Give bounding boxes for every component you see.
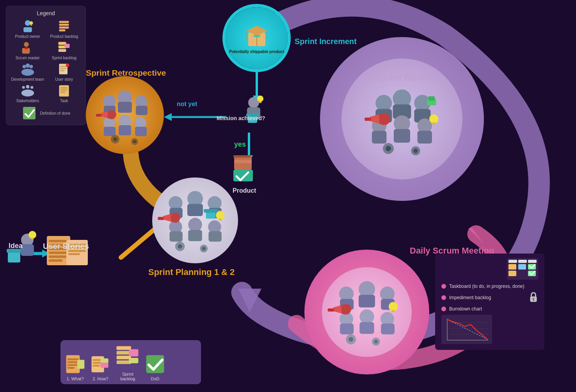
svg-rect-85 bbox=[119, 125, 131, 135]
sprint-retrospective-label: Sprint Retrospective bbox=[86, 68, 166, 78]
not-yet-label: not yet bbox=[177, 101, 197, 108]
planning-sprintbacklog-icon bbox=[115, 345, 140, 370]
svg-rect-143 bbox=[233, 155, 251, 158]
svg-rect-173 bbox=[92, 365, 100, 367]
sprint-review-label: Sprint Review bbox=[375, 72, 437, 83]
package-icon bbox=[243, 22, 270, 50]
impediment-label: Impediment backlog bbox=[449, 295, 491, 300]
svg-rect-103 bbox=[188, 230, 202, 241]
sprint-planning-box: 1. What? 2. How? Sprint backlog bbox=[60, 340, 201, 384]
taskboard-dot bbox=[441, 284, 446, 289]
svg-rect-149 bbox=[21, 244, 34, 256]
svg-point-91 bbox=[113, 137, 117, 141]
svg-rect-111 bbox=[204, 209, 218, 213]
svg-rect-176 bbox=[117, 346, 131, 350]
planning-how-label: 2. How? bbox=[92, 376, 108, 381]
svg-rect-123 bbox=[340, 323, 354, 334]
svg-rect-151 bbox=[31, 238, 34, 239]
svg-line-44 bbox=[121, 226, 158, 257]
svg-rect-79 bbox=[118, 102, 132, 113]
svg-point-93 bbox=[133, 140, 136, 143]
impediment-dot bbox=[441, 295, 446, 300]
svg-rect-165 bbox=[67, 358, 78, 360]
svg-point-133 bbox=[348, 337, 353, 342]
taskboard-label: Taskboard (to do, in progress, done) bbox=[449, 284, 524, 289]
daily-scrum-legend-panel: Taskboard (to do, in progress, done) Imp… bbox=[435, 254, 544, 350]
yes-label: yes bbox=[234, 140, 246, 149]
daily-legend-taskboard: Taskboard (to do, in progress, done) bbox=[441, 284, 538, 289]
svg-point-113 bbox=[178, 244, 182, 248]
svg-rect-188 bbox=[508, 264, 516, 270]
svg-rect-168 bbox=[67, 367, 74, 369]
sprint-planning-label: Sprint Planning 1 & 2 bbox=[148, 267, 235, 277]
svg-rect-69 bbox=[428, 96, 435, 101]
svg-rect-65 bbox=[418, 131, 432, 144]
svg-rect-87 bbox=[135, 127, 147, 136]
svg-rect-181 bbox=[129, 349, 138, 357]
svg-point-140 bbox=[257, 96, 263, 102]
mission-figure bbox=[240, 96, 267, 132]
idea-figure bbox=[6, 230, 37, 271]
planning-sprintbacklog-label: Sprint backlog bbox=[115, 372, 140, 381]
planning-how-item: 2. How? bbox=[90, 353, 111, 381]
svg-rect-185 bbox=[508, 260, 517, 263]
burndown-chart-mini bbox=[441, 315, 538, 345]
planning-what-icon bbox=[64, 353, 86, 375]
svg-rect-189 bbox=[508, 271, 516, 276]
sprint-planning-team-icon bbox=[156, 181, 234, 259]
svg-rect-179 bbox=[117, 356, 131, 359]
product-icon bbox=[230, 152, 261, 187]
svg-point-80 bbox=[135, 96, 147, 107]
planning-what-item: 1. What? bbox=[64, 353, 86, 381]
svg-rect-67 bbox=[364, 118, 371, 121]
svg-rect-53 bbox=[253, 35, 260, 37]
svg-rect-167 bbox=[67, 364, 78, 366]
svg-rect-125 bbox=[359, 322, 374, 334]
product-figure bbox=[230, 152, 261, 189]
user-stories-label: User Stories bbox=[43, 242, 89, 251]
sprint-increment-inner: Potentially shippable product bbox=[226, 7, 288, 69]
svg-rect-109 bbox=[219, 219, 222, 220]
svg-point-124 bbox=[359, 309, 374, 324]
svg-marker-88 bbox=[101, 111, 108, 118]
potentially-shippable-label: Potentially shippable product bbox=[226, 50, 287, 54]
planning-dod-icon bbox=[144, 353, 166, 375]
burndown-label: Burndown chart bbox=[449, 306, 482, 312]
svg-rect-186 bbox=[518, 260, 527, 263]
svg-point-102 bbox=[188, 218, 202, 232]
daily-scrum-team-icon bbox=[326, 271, 408, 353]
svg-rect-63 bbox=[394, 129, 410, 143]
svg-rect-105 bbox=[208, 231, 221, 242]
mission-achieved-label: Mission achieved? bbox=[217, 115, 265, 121]
sprint-increment-label: Sprint Increment bbox=[295, 37, 357, 46]
daily-legend-burndown: Burndown chart bbox=[441, 306, 538, 312]
svg-rect-169 bbox=[77, 360, 84, 369]
svg-rect-146 bbox=[8, 252, 20, 263]
svg-rect-180 bbox=[117, 360, 131, 364]
sprint-retro-team-icon bbox=[94, 84, 156, 146]
svg-point-150 bbox=[28, 231, 36, 239]
lock-icon bbox=[529, 292, 538, 303]
taskboard-mini-icon bbox=[507, 258, 538, 280]
daily-legend-impediment: Impediment backlog bbox=[441, 292, 538, 303]
svg-rect-129 bbox=[328, 309, 334, 312]
planning-what-label: 1. What? bbox=[66, 376, 84, 381]
svg-rect-178 bbox=[117, 351, 131, 355]
user-stories-icon bbox=[45, 234, 96, 269]
planning-dod-item: DoD bbox=[144, 353, 166, 381]
svg-marker-66 bbox=[370, 114, 379, 123]
svg-rect-166 bbox=[67, 361, 78, 363]
svg-rect-190 bbox=[518, 264, 526, 270]
svg-rect-61 bbox=[372, 131, 386, 144]
svg-rect-131 bbox=[392, 310, 395, 312]
idea-label: Idea bbox=[9, 242, 23, 250]
svg-point-54 bbox=[375, 95, 392, 111]
svg-rect-107 bbox=[158, 217, 164, 220]
svg-point-70 bbox=[429, 114, 438, 123]
svg-rect-158 bbox=[49, 259, 62, 262]
svg-rect-175 bbox=[101, 358, 108, 363]
svg-rect-144 bbox=[234, 160, 252, 163]
svg-marker-106 bbox=[163, 214, 171, 222]
daily-scrum-inner bbox=[322, 267, 412, 357]
product-label: Product bbox=[233, 187, 256, 194]
